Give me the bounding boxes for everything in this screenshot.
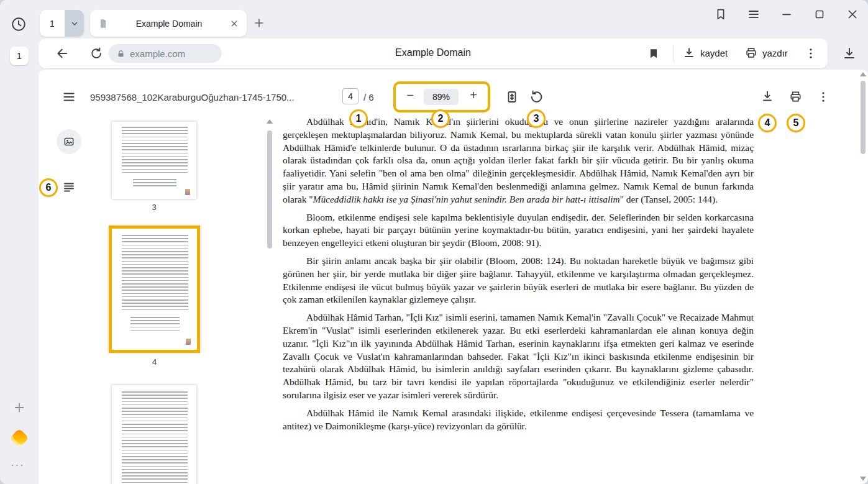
text-segment: Bir şiirin anlamı ancak başka bir şiir o… (283, 255, 754, 304)
zoom-level-value: 89% (432, 92, 450, 102)
text-segment: " der (Tansel, 2005: 144). (620, 194, 718, 204)
zoom-out-button[interactable]: − (403, 87, 418, 103)
thumbnail-emblem (186, 339, 191, 345)
page-number-value: 4 (348, 91, 353, 101)
thumbnail-text-lines (130, 317, 180, 333)
paragraph: Abdülhak Hâmıd'in, Namık Kemal'ın şiirle… (283, 116, 754, 206)
paragraph: Abdülhak Hâmid ile Namık Kemal arasındak… (283, 407, 754, 433)
scroll-up-arrow[interactable] (860, 72, 866, 76)
collections-icon[interactable] (714, 7, 728, 21)
tab-close-icon[interactable] (229, 19, 239, 29)
pdf-filename: 959387568_102KaraburguOğuzhan-1745-1750.… (90, 92, 295, 103)
pdf-viewer: 959387568_102KaraburguOğuzhan-1745-1750.… (39, 70, 868, 484)
pdf-text-layer: Abdülhak Hâmıd'in, Namık Kemal'ın şiirle… (283, 116, 754, 437)
page-title: Example Domain (275, 47, 592, 58)
rail-more-icon[interactable]: ··· (11, 458, 24, 472)
thumbnail-label-3: 3 (112, 203, 196, 212)
thumbnail-text-lines (122, 127, 188, 174)
callout-1: 1 (349, 109, 368, 128)
browser-logo[interactable] (10, 429, 29, 447)
text-segment: Abdülhak Hâmid ile Namık Kemal arasındak… (283, 408, 754, 431)
browser-window: 1 ··· 1 Example Domain (0, 0, 868, 484)
page-total-label: / 6 (363, 92, 374, 103)
paragraph: Bloom, etkilenme endişesi sele kapılma b… (283, 211, 754, 250)
tab-counter-badge[interactable]: 1 (10, 47, 29, 65)
tab-counter-label: 1 (40, 10, 65, 37)
print-button[interactable]: yazdır (744, 46, 788, 60)
document-scrollbar[interactable] (859, 70, 867, 484)
zoom-in-button[interactable]: + (466, 87, 481, 103)
navigation-bar: example.com Example Domain kaydet yazdır (39, 39, 828, 68)
callout-6: 6 (39, 178, 58, 197)
download-icon (682, 46, 696, 60)
url-bar[interactable]: example.com (109, 44, 222, 63)
reload-icon[interactable] (89, 47, 103, 60)
pdf-more-options-icon[interactable] (816, 89, 831, 104)
bookmark-icon[interactable] (647, 47, 660, 60)
zoom-level-display: 89% (424, 89, 459, 105)
logo-shape (9, 428, 29, 447)
rotate-icon[interactable] (529, 89, 544, 104)
maximize-button[interactable] (813, 7, 826, 21)
tab-example-domain[interactable]: Example Domain (90, 10, 247, 37)
downloads-icon[interactable] (842, 46, 857, 61)
save-button-label: kaydet (700, 48, 728, 58)
callout-3: 3 (527, 109, 546, 128)
scrollbar-thumb[interactable] (267, 130, 272, 249)
callout-2: 2 (431, 109, 450, 128)
divider (674, 45, 674, 62)
thumbnails-view-button[interactable] (57, 129, 81, 154)
print-button-label: yazdır (762, 48, 788, 58)
chevron-down-icon (70, 19, 80, 29)
lock-icon (116, 49, 126, 58)
thumbnail-panel-scrollbar[interactable] (266, 118, 273, 482)
scrollbar-thumb[interactable] (861, 81, 866, 154)
save-button[interactable]: kaydet (682, 46, 728, 60)
thumbnail-text-lines (133, 179, 176, 186)
page-favicon-icon (98, 18, 109, 29)
paragraph: Bir şiirin anlamı ancak başka bir şiir o… (283, 255, 754, 306)
outline-view-icon[interactable] (62, 180, 76, 195)
pdf-download-icon[interactable] (760, 89, 775, 104)
image-icon (63, 135, 75, 148)
window-controls (714, 7, 859, 21)
text-segment: Bloom, etkilenme endişesi sele kapılma b… (283, 212, 754, 249)
scroll-up-arrow[interactable] (267, 119, 273, 124)
pdf-print-icon[interactable] (788, 89, 803, 104)
fit-to-page-icon[interactable] (505, 89, 519, 104)
browser-side-rail: 1 ··· (0, 0, 39, 484)
minimize-button[interactable] (780, 7, 793, 21)
new-tab-button[interactable] (252, 16, 266, 30)
tab-strip: 1 Example Domain (39, 0, 868, 39)
tab-list-button[interactable] (65, 10, 84, 37)
tab-counter-tab[interactable]: 1 (40, 10, 84, 37)
close-button[interactable] (846, 7, 859, 21)
tab-title: Example Domain (109, 19, 229, 29)
menu-icon[interactable] (747, 7, 761, 21)
text-segment: Abdülhak Hâmıd'in, Namık Kemal'ın şiirle… (283, 116, 754, 204)
thumbnail-text-lines (122, 235, 188, 311)
thumbnail-page-3[interactable] (112, 122, 196, 199)
pdf-sidebar-toggle-icon[interactable] (62, 89, 76, 104)
thumbnail-label-4: 4 (109, 357, 200, 367)
callout-5: 5 (787, 114, 805, 132)
rail-add-icon[interactable] (12, 400, 27, 415)
thumbnail-emblem (185, 189, 190, 195)
thumbnail-text-lines (122, 391, 188, 484)
back-icon[interactable] (55, 46, 70, 61)
url-text: example.com (130, 48, 185, 59)
callout-4: 4 (758, 114, 777, 132)
scroll-down-arrow[interactable] (860, 477, 866, 481)
text-segment: Müceddidlik hakkı ise ya Şinasi'nin yahu… (313, 194, 620, 204)
paragraph: Abdülhak Hâmid Tarhan, "İçli Kız" isimli… (283, 311, 754, 402)
history-clock-icon[interactable] (11, 16, 27, 32)
text-segment: Abdülhak Hâmid Tarhan, "İçli Kız" isimli… (283, 312, 754, 400)
thumbnail-page-4-selected[interactable] (109, 226, 200, 353)
printer-icon (744, 46, 758, 60)
tab-counter-value: 1 (17, 51, 22, 61)
more-options-icon[interactable] (803, 46, 818, 61)
page-number-input[interactable]: 4 (342, 88, 359, 104)
thumbnail-page-5[interactable] (112, 385, 196, 484)
